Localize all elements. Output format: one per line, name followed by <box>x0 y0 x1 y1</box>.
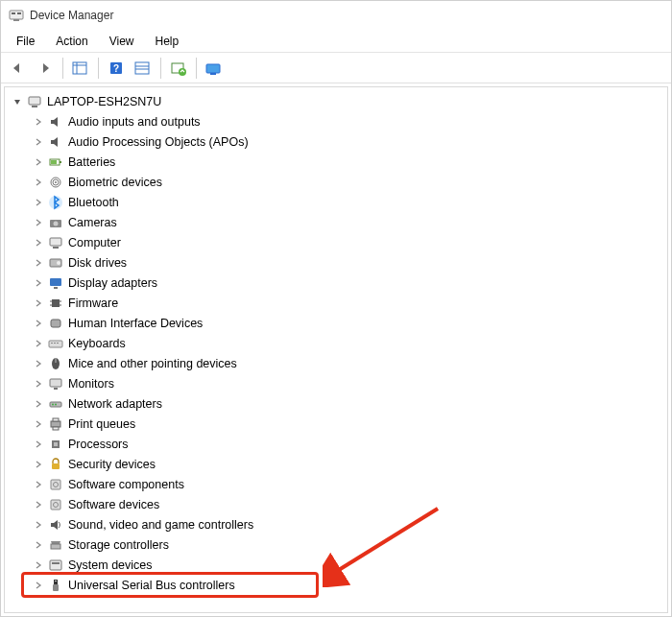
tree-item[interactable]: Sound, video and game controllers <box>5 514 667 534</box>
chevron-right-icon[interactable] <box>32 478 45 491</box>
storage-icon <box>47 536 64 554</box>
tree-item-label: Human Interface Devices <box>68 317 203 330</box>
svg-rect-16 <box>29 97 40 105</box>
toolbar-back-button[interactable] <box>5 56 32 81</box>
tree-item[interactable]: Biometric devices <box>5 172 667 192</box>
tree-item[interactable]: Security devices <box>5 454 667 474</box>
chevron-right-icon[interactable] <box>32 538 45 552</box>
audio-icon <box>47 113 64 131</box>
tree-item-label: Mice and other pointing devices <box>68 357 237 370</box>
tree-item[interactable]: System devices <box>5 555 667 575</box>
chevron-right-icon[interactable] <box>32 176 45 189</box>
chevron-right-icon[interactable] <box>32 579 45 592</box>
tree-item[interactable]: Monitors <box>5 373 667 393</box>
toolbar-scan-hardware-button[interactable] <box>201 56 228 81</box>
chevron-right-icon[interactable] <box>32 337 45 350</box>
chevron-right-icon[interactable] <box>32 155 45 169</box>
tree-item-label: Software components <box>68 478 184 491</box>
svg-rect-42 <box>57 343 59 344</box>
tree-item[interactable]: Cameras <box>5 212 667 232</box>
tree-item[interactable]: Audio inputs and outputs <box>5 111 667 131</box>
tree-root[interactable]: LAPTOP-ESH2SN7U <box>5 91 667 111</box>
camera-icon <box>47 214 64 231</box>
svg-rect-62 <box>52 562 60 564</box>
chip-icon <box>47 295 64 312</box>
tree-item[interactable]: Bluetooth <box>5 192 667 212</box>
chevron-right-icon[interactable] <box>32 498 45 511</box>
tree-item[interactable]: Mice and other pointing devices <box>5 353 667 373</box>
keyboard-icon <box>47 335 64 352</box>
tree-item[interactable]: Storage controllers <box>5 534 667 555</box>
window-title: Device Manager <box>30 9 113 22</box>
menu-view[interactable]: View <box>100 32 144 51</box>
tree-item[interactable]: Human Interface Devices <box>5 313 667 333</box>
tree-item[interactable]: Display adapters <box>5 273 667 293</box>
tree-item[interactable]: Print queues <box>5 414 667 434</box>
tree-item[interactable]: Keyboards <box>5 333 667 353</box>
tree-item[interactable]: Firmware <box>5 293 667 313</box>
tree-item-label: System devices <box>68 558 153 572</box>
cpu-icon <box>47 436 64 453</box>
menu-action[interactable]: Action <box>46 32 97 51</box>
software-icon <box>47 496 64 513</box>
tree-item[interactable]: Computer <box>5 232 667 252</box>
chevron-right-icon[interactable] <box>32 397 45 411</box>
tree-item[interactable]: Software devices <box>5 494 667 514</box>
svg-rect-32 <box>54 287 58 289</box>
toolbar-show-hidden-button[interactable] <box>67 56 94 81</box>
chevron-right-icon[interactable] <box>32 357 45 370</box>
chevron-right-icon[interactable] <box>32 518 45 532</box>
tree-item[interactable]: Disk drives <box>5 252 667 273</box>
svg-rect-61 <box>50 560 61 570</box>
chevron-right-icon[interactable] <box>32 216 45 229</box>
tree-item-label: Computer <box>68 236 121 249</box>
tree-item[interactable]: Software components <box>5 474 667 494</box>
chevron-right-icon[interactable] <box>32 236 45 249</box>
svg-rect-51 <box>53 418 59 421</box>
toolbar-help-button[interactable]: ? <box>103 56 130 81</box>
chevron-right-icon[interactable] <box>32 377 45 391</box>
menu-file[interactable]: File <box>7 32 44 51</box>
svg-rect-15 <box>210 73 216 75</box>
tree-item[interactable]: Universal Serial Bus controllers <box>5 575 667 595</box>
toolbar-properties-button[interactable] <box>130 56 156 81</box>
tree-item[interactable]: Processors <box>5 434 667 454</box>
system-icon <box>47 557 64 574</box>
chevron-right-icon[interactable] <box>32 297 45 310</box>
tree-item[interactable]: Audio Processing Objects (APOs) <box>5 131 667 152</box>
chevron-right-icon[interactable] <box>32 115 45 129</box>
chevron-right-icon[interactable] <box>32 276 45 290</box>
tree-item[interactable]: Batteries <box>5 152 667 172</box>
chevron-right-icon[interactable] <box>32 558 45 572</box>
chevron-right-icon[interactable] <box>32 458 45 471</box>
device-tree-pane[interactable]: LAPTOP-ESH2SN7U Audio inputs and outputs… <box>4 86 668 613</box>
tree-item-label: Sound, video and game controllers <box>68 518 253 532</box>
chevron-right-icon[interactable] <box>32 317 45 330</box>
app-icon <box>9 8 24 23</box>
svg-rect-33 <box>52 299 60 307</box>
tree-item-label: Cameras <box>68 216 117 229</box>
svg-rect-64 <box>53 584 59 591</box>
chevron-right-icon[interactable] <box>32 196 45 209</box>
device-manager-window: Device Manager File Action View Help ? <box>0 0 672 617</box>
svg-rect-28 <box>53 247 59 249</box>
svg-point-26 <box>54 221 59 225</box>
toolbar-separator <box>62 58 63 79</box>
chevron-right-icon[interactable] <box>32 256 45 270</box>
svg-point-48 <box>52 403 54 405</box>
tree-root-label: LAPTOP-ESH2SN7U <box>47 95 161 108</box>
bluetooth-icon <box>47 194 64 211</box>
tree-item[interactable]: Network adapters <box>5 393 667 414</box>
chevron-down-icon[interactable] <box>11 95 24 108</box>
menu-help[interactable]: Help <box>146 32 189 51</box>
mouse-icon <box>47 355 64 372</box>
chevron-right-icon[interactable] <box>32 135 45 149</box>
tree-item-label: Monitors <box>68 377 114 391</box>
chevron-right-icon[interactable] <box>32 438 45 451</box>
software-icon <box>47 476 64 493</box>
toolbar-forward-button[interactable] <box>32 56 59 81</box>
chevron-right-icon[interactable] <box>32 417 45 431</box>
fingerprint-icon <box>47 174 64 191</box>
toolbar-update-driver-button[interactable] <box>165 56 192 81</box>
svg-rect-40 <box>51 343 53 344</box>
